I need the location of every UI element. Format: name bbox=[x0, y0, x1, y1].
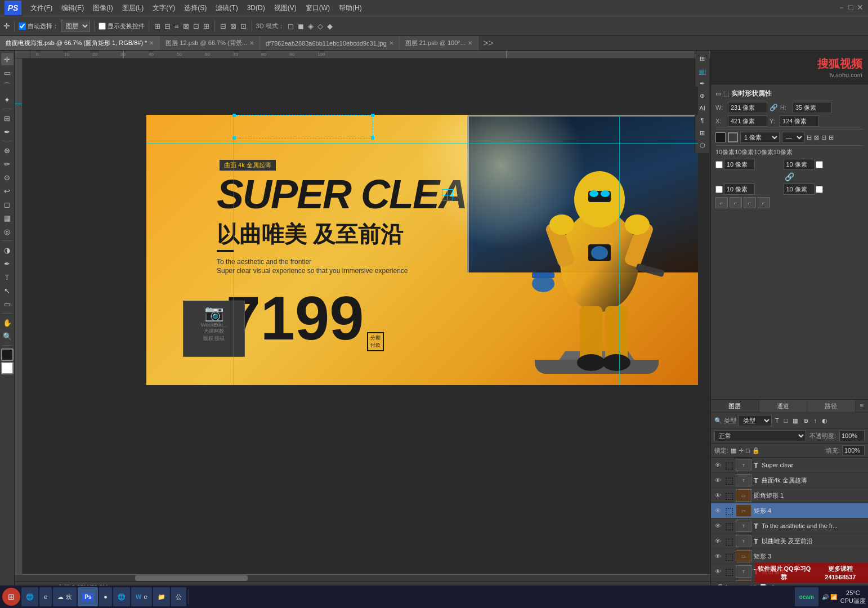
layer-item-1[interactable]: 👁 ⬚ T T 曲面4k 金属超薄 bbox=[711, 473, 868, 488]
close-button[interactable]: ✕ bbox=[857, 3, 863, 13]
tab-2[interactable]: df7862eab2883a6bb11ebc10ebcdd9c31.jpg ✕ bbox=[260, 36, 400, 50]
rs-icon-para[interactable]: ¶ bbox=[697, 115, 708, 126]
layer-6-eye[interactable]: 👁 bbox=[713, 553, 722, 560]
path-select-tool[interactable]: ↖ bbox=[1, 284, 14, 297]
3d-icon-5[interactable]: ◆ bbox=[326, 21, 334, 32]
dist-center-icon[interactable]: ⊠ bbox=[229, 21, 238, 32]
taskbar-btn-word[interactable]: W e bbox=[131, 587, 152, 606]
heal-tool[interactable]: ⊕ bbox=[1, 144, 14, 157]
h-scroll-thumb[interactable] bbox=[135, 575, 248, 581]
menu-text[interactable]: 文字(Y) bbox=[148, 2, 180, 14]
stroke-size-select[interactable]: 1 像素 bbox=[740, 132, 780, 143]
h-scrollbar[interactable] bbox=[15, 574, 710, 581]
pad-top-check[interactable] bbox=[715, 161, 723, 168]
menu-3d[interactable]: 3D(D) bbox=[243, 3, 270, 13]
gradient-tool[interactable]: ▦ bbox=[1, 212, 14, 224]
menu-file[interactable]: 文件(F) bbox=[26, 2, 57, 14]
prop-h-input[interactable] bbox=[793, 102, 832, 113]
layer-item-0[interactable]: 👁 ⬚ T T Super clear bbox=[711, 458, 868, 473]
prop-y-input[interactable] bbox=[780, 115, 819, 127]
select-tool[interactable]: ▭ bbox=[1, 66, 14, 79]
shape-tool[interactable]: ▭ bbox=[1, 298, 14, 310]
hand-tool[interactable]: ✋ bbox=[1, 316, 14, 329]
rs-icon-color[interactable]: ⬡ bbox=[697, 140, 708, 151]
tab-more[interactable]: >> bbox=[478, 36, 498, 50]
auto-select-checkbox[interactable] bbox=[19, 23, 26, 30]
taskbar-btn-player[interactable]: ● bbox=[99, 587, 112, 606]
layer-item-2[interactable]: 👁 ⬚ ▭ 圆角矩形 1 bbox=[711, 488, 868, 503]
taskbar-btn-folder[interactable]: 📁 bbox=[153, 587, 170, 606]
rs-icon-adjust[interactable]: ⊕ bbox=[697, 90, 708, 101]
align-bottom-icon[interactable]: ⊞ bbox=[202, 21, 211, 32]
eraser-tool[interactable]: ◻ bbox=[1, 198, 14, 211]
background-color[interactable] bbox=[1, 362, 14, 374]
tab-1-close[interactable]: ✕ bbox=[249, 40, 254, 46]
pad-left-check[interactable] bbox=[816, 186, 823, 193]
corner-icon-2[interactable]: ⌐ bbox=[730, 197, 742, 208]
prop-w-input[interactable] bbox=[728, 102, 767, 113]
layer-5-eye[interactable]: 👁 bbox=[713, 538, 722, 544]
layers-menu-icon[interactable]: ≡ bbox=[856, 400, 868, 413]
link-padding-icon[interactable]: 🔗 bbox=[785, 172, 794, 181]
layer-filter-icon4[interactable]: ⊕ bbox=[802, 417, 810, 425]
history-brush-tool[interactable]: ↩ bbox=[1, 185, 14, 197]
brush-tool[interactable]: ✏ bbox=[1, 158, 14, 170]
rs-icon-ai[interactable]: AI bbox=[697, 102, 708, 114]
layer-2-vis[interactable]: ⬚ bbox=[724, 490, 733, 501]
filter-icon[interactable]: 🔍 bbox=[714, 417, 722, 424]
layer-item-5[interactable]: 👁 ⬚ T T 以曲唯美 及至前沿 bbox=[711, 534, 868, 549]
layer-filter-icon2[interactable]: □ bbox=[782, 417, 790, 424]
layer-1-eye[interactable]: 👁 bbox=[713, 477, 722, 484]
tab-2-close[interactable]: ✕ bbox=[389, 40, 393, 46]
layer-filter-icon1[interactable]: T bbox=[773, 417, 781, 424]
layer-8-vis[interactable]: ⬚ bbox=[724, 582, 733, 582]
taskbar-ocam[interactable]: ocam bbox=[795, 587, 818, 606]
layer-3-eye[interactable]: 👁 bbox=[713, 507, 722, 514]
stroke-align-icon[interactable]: ⊟ bbox=[807, 134, 812, 141]
network-icon[interactable]: 📶 bbox=[830, 594, 837, 600]
stroke-more-icon[interactable]: ⊞ bbox=[829, 134, 834, 141]
align-left-icon[interactable]: ⊞ bbox=[153, 21, 162, 32]
layer-item-3[interactable]: 👁 ⬚ ▭ 矩形 4 bbox=[711, 503, 868, 518]
taskbar-btn-app[interactable]: 公 bbox=[171, 587, 186, 606]
3d-icon-3[interactable]: ◈ bbox=[307, 21, 315, 32]
pad-right-check[interactable] bbox=[816, 161, 823, 168]
corner-icon-1[interactable]: ⌐ bbox=[715, 197, 728, 208]
layer-filter-toggle[interactable]: ◐ bbox=[820, 417, 829, 425]
layer-5-vis[interactable]: ⬚ bbox=[724, 536, 733, 547]
magic-wand-tool[interactable]: ✦ bbox=[1, 93, 14, 106]
layer-select[interactable]: 图层 bbox=[61, 20, 90, 32]
rs-icon-tv[interactable]: 📺 bbox=[697, 65, 708, 77]
fill-color-swatch[interactable] bbox=[715, 132, 726, 142]
layer-filter-icon3[interactable]: ▦ bbox=[791, 417, 800, 425]
layer-7-vis[interactable]: ⬚ bbox=[724, 566, 733, 577]
canvas-main[interactable]: 曲面 4k 金属起薄 SUPER CLEAR 以曲唯美 及至前沿 bbox=[23, 59, 710, 574]
corner-icon-4[interactable]: ⌐ bbox=[758, 197, 770, 208]
prop-icon-shape[interactable]: ▭ bbox=[715, 90, 721, 97]
layer-filter-icon5[interactable]: ↑ bbox=[812, 417, 818, 424]
lock-all-icon[interactable]: 🔒 bbox=[752, 447, 760, 454]
layer-0-eye[interactable]: 👁 bbox=[713, 462, 722, 468]
tab-layers[interactable]: 图层 bbox=[711, 400, 759, 413]
layer-3-vis[interactable]: ⬚ bbox=[724, 506, 733, 516]
layer-1-vis[interactable]: ⬚ bbox=[724, 475, 733, 486]
move-tool[interactable]: ✛ bbox=[1, 53, 14, 65]
tab-0-close[interactable]: ✕ bbox=[149, 40, 154, 46]
foreground-color[interactable] bbox=[1, 348, 14, 361]
pad-right-input[interactable] bbox=[784, 159, 815, 170]
taskbar-btn-browser[interactable]: 🌐 bbox=[113, 587, 130, 606]
menu-edit[interactable]: 编辑(E) bbox=[57, 2, 88, 14]
type-filter-select[interactable]: 类型 bbox=[738, 415, 772, 426]
align-center-h-icon[interactable]: ⊟ bbox=[163, 21, 172, 32]
tab-1[interactable]: 图层 12.psb @ 66.7% (背景... ✕ bbox=[160, 36, 259, 50]
blur-tool[interactable]: ◎ bbox=[1, 225, 14, 238]
auto-select-checkbox-label[interactable]: 自动选择： bbox=[19, 22, 59, 30]
sound-icon[interactable]: 🔊 bbox=[822, 594, 829, 600]
fill-input[interactable] bbox=[842, 445, 865, 455]
layer-item-4[interactable]: 👁 ⬚ T T To the aesthetic and the fr... bbox=[711, 518, 868, 534]
type-tool[interactable]: T bbox=[1, 271, 14, 283]
tab-3-close[interactable]: ✕ bbox=[468, 40, 472, 46]
maximize-button[interactable]: □ bbox=[849, 3, 853, 13]
layer-0-vis[interactable]: ⬚ bbox=[724, 460, 733, 471]
layer-4-eye[interactable]: 👁 bbox=[713, 522, 722, 529]
